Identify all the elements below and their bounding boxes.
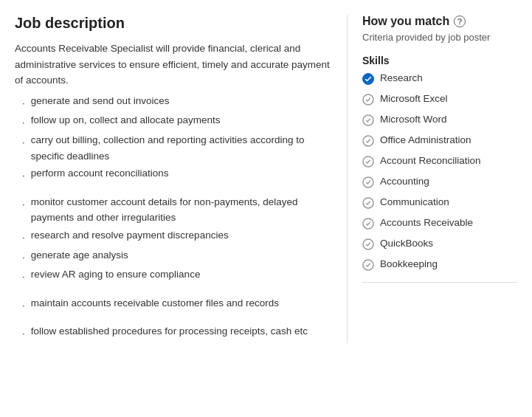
skill-circle-icon [362, 218, 374, 232]
bullet-dot: · [22, 269, 25, 285]
bullet-text: maintain accounts receivable customer fi… [31, 295, 279, 314]
list-item: ·research and resolve payment discrepanc… [15, 227, 332, 246]
skill-circle-icon [362, 94, 374, 108]
job-intro: Accounts Receivable Specialist will prov… [15, 41, 332, 89]
skills-list: Research Microsoft Excel Microsoft Wor [362, 72, 517, 273]
list-item: ·generate age analysis [15, 247, 332, 266]
skill-item: Microsoft Word [362, 114, 517, 128]
bullet-dot: · [22, 249, 25, 266]
skill-circle-icon [362, 114, 374, 128]
skill-circle-icon [362, 176, 374, 190]
skill-name: Microsoft Word [380, 114, 447, 125]
bullet-dot: · [22, 168, 25, 184]
bullet-dot: · [22, 230, 25, 246]
list-item: ·follow established procedures for proce… [15, 323, 332, 342]
bullet-text: generate and send out invoices [31, 93, 170, 111]
how-you-match-title: How you match [362, 15, 449, 28]
divider [362, 282, 517, 283]
skill-item: Accounts Receivable [362, 217, 517, 232]
bullet-dot: · [22, 114, 25, 131]
bullet-text: follow established procedures for proces… [31, 323, 308, 342]
bullet-group-3: ·maintain accounts receivable customer f… [15, 295, 332, 314]
bullet-group-2: ·monitor customer account details for no… [15, 194, 332, 285]
list-item: ·perform account reconciliations [15, 165, 332, 184]
skill-circle-icon [362, 135, 374, 149]
list-item: ·review AR aging to ensure compliance [15, 266, 332, 285]
skill-name: Accounts Receivable [380, 217, 473, 228]
skill-circle-icon [362, 259, 374, 273]
list-item: ·maintain accounts receivable customer f… [15, 295, 332, 314]
job-description-title: Job description [15, 15, 332, 32]
bullet-dot: · [22, 325, 25, 342]
bullet-text: research and resolve payment discrepanci… [31, 227, 229, 246]
how-you-match-section: How you match ? [362, 15, 517, 28]
skill-name: Bookkeeping [380, 258, 438, 269]
bullet-group-4: ·follow established procedures for proce… [15, 323, 332, 342]
list-item: ·follow up on, collect and allocate paym… [15, 112, 332, 131]
criteria-text: Criteria provided by job poster [362, 31, 517, 44]
bullet-text: carry out billing, collection and report… [31, 132, 332, 164]
skill-item: Communication [362, 196, 517, 211]
right-panel: How you match ? Criteria provided by job… [362, 15, 517, 343]
skill-item: Office Administration [362, 134, 517, 149]
skill-item: Bookkeeping [362, 258, 517, 273]
skill-item: Microsoft Excel [362, 93, 517, 108]
skill-name: Research [380, 72, 423, 83]
skill-circle-icon [362, 197, 374, 211]
bullet-dot: · [22, 196, 25, 226]
list-item: ·generate and send out invoices [15, 93, 332, 111]
skill-name: Communication [380, 196, 449, 207]
bullet-text: follow up on, collect and allocate payme… [31, 112, 221, 131]
bullet-text: monitor customer account details for non… [31, 194, 332, 226]
list-item: ·monitor customer account details for no… [15, 194, 332, 226]
bullet-text: generate age analysis [31, 247, 128, 266]
info-icon[interactable]: ? [454, 15, 466, 27]
skill-name: Office Administration [380, 134, 471, 145]
job-body: Accounts Receivable Specialist will prov… [15, 41, 332, 342]
bullet-group-1: ·generate and send out invoices·follow u… [15, 93, 332, 184]
skill-item: Account Reconciliation [362, 155, 517, 170]
skill-circle-icon [362, 156, 374, 170]
left-panel: Job description Accounts Receivable Spec… [15, 15, 348, 343]
skill-name: Account Reconciliation [380, 155, 481, 166]
bullet-text: review AR aging to ensure compliance [31, 266, 201, 285]
skill-item: Accounting [362, 176, 517, 190]
bullet-dot: · [22, 297, 25, 314]
skill-checked-icon [362, 73, 374, 87]
skill-name: Accounting [380, 176, 429, 187]
skill-circle-icon [362, 238, 374, 252]
skills-label: Skills [362, 55, 517, 66]
list-item: ·carry out billing, collection and repor… [15, 132, 332, 164]
bullet-text: perform account reconciliations [31, 165, 169, 184]
skill-item: QuickBooks [362, 238, 517, 252]
bullet-dot: · [22, 134, 25, 164]
skill-name: Microsoft Excel [380, 93, 448, 104]
skill-item: Research [362, 72, 517, 87]
skill-name: QuickBooks [380, 238, 433, 249]
bullet-dot: · [22, 95, 25, 111]
